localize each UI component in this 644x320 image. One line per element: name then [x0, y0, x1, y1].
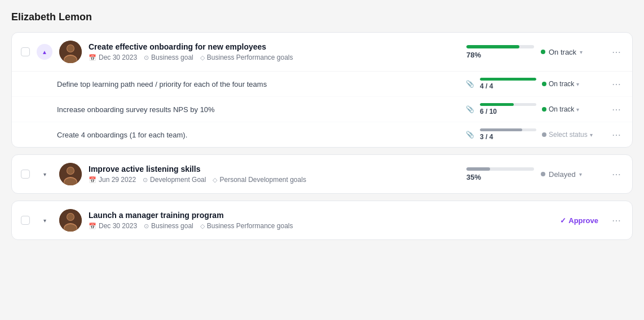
sub-progress-bar-0-0 — [480, 78, 536, 81]
attachment-icon[interactable]: 📎 — [466, 131, 474, 139]
goal-checkbox-0[interactable] — [21, 47, 30, 56]
goal-status-section-0: On track▾ — [541, 48, 603, 56]
goal-main-row-2: ▾ Launch a manager training program📅Dec … — [12, 201, 632, 239]
goal-date-0: 📅Dec 30 2023 — [89, 54, 137, 61]
goal-date-text-2: Dec 30 2023 — [99, 222, 137, 230]
goal-right-2: ✓Approve⋯ — [555, 214, 623, 227]
chevron-down-icon[interactable]: ▾ — [579, 171, 582, 177]
chevron-down-icon[interactable]: ▾ — [576, 81, 579, 87]
goal-type-icon: ⊙ — [144, 54, 149, 61]
sub-goal-right-0-2: 📎3 / 4Select status▾⋯ — [466, 128, 623, 141]
attachment-icon[interactable]: 📎 — [466, 80, 474, 88]
goal-info-2: Launch a manager training program📅Dec 30… — [89, 211, 549, 230]
sub-count-0-2: 3 / 4 — [480, 133, 493, 141]
sub-more-button-0-1[interactable]: ⋯ — [610, 103, 623, 116]
chevron-down-icon: ▾ — [43, 171, 46, 177]
goal-status-dot-0 — [541, 50, 545, 54]
goal-status-label-0: On track — [549, 48, 576, 56]
goal-type-0: ⊙Business goal — [144, 54, 193, 61]
sub-more-button-0-0[interactable]: ⋯ — [610, 77, 623, 91]
sub-progress-fill-0-1 — [480, 103, 514, 106]
goal-status-label-1: Delayed — [549, 170, 576, 179]
goal-progress-pct-0: 78% — [466, 51, 481, 59]
sub-status-label-0-2: Select status — [549, 131, 588, 139]
goal-card-1: ▾ Improve active listening skills📅Jun 29… — [11, 154, 633, 194]
svg-point-13 — [67, 214, 74, 220]
calendar-icon: 📅 — [89, 54, 96, 61]
goal-name-0: Create effective onboarding for new empl… — [89, 42, 460, 51]
sub-goal-name-0-1: Increase onboarding survey results NPS b… — [57, 105, 459, 114]
goal-meta-2: 📅Dec 30 2023⊙Business goal◇Business Perf… — [89, 222, 549, 230]
goal-more-button-2[interactable]: ⋯ — [610, 214, 623, 227]
goal-card-2: ▾ Launch a manager training program📅Dec … — [11, 201, 633, 240]
goal-date-1: 📅Jun 29 2022 — [89, 176, 136, 184]
sub-status-0-1: On track▾ — [542, 105, 604, 113]
goal-name-2: Launch a manager training program — [89, 211, 549, 220]
avatar-2 — [59, 209, 82, 232]
goal-meta-0: 📅Dec 30 2023⊙Business goal◇Business Perf… — [89, 54, 460, 61]
goals-list: ▲ Create effective onboarding for new em… — [11, 32, 633, 240]
goal-right-1: 35%Delayed▾⋯ — [466, 167, 623, 181]
goal-checkbox-2[interactable] — [21, 216, 30, 225]
chevron-down-icon[interactable]: ▾ — [576, 106, 579, 113]
sub-progress-bar-0-2 — [480, 128, 536, 131]
sub-status-label-0-0: On track — [549, 80, 574, 88]
goal-main-row-0: ▲ Create effective onboarding for new em… — [12, 33, 632, 71]
svg-point-3 — [67, 45, 74, 52]
sub-goal-right-0-1: 📎6 / 10On track▾⋯ — [466, 103, 623, 116]
approve-label: Approve — [568, 216, 598, 225]
tag-icon: ◇ — [200, 223, 205, 230]
goal-date-2: 📅Dec 30 2023 — [89, 222, 137, 230]
sub-progress-fill-0-2 — [480, 128, 522, 131]
sub-progress-bar-0-1 — [480, 103, 536, 106]
avatar-1 — [59, 163, 82, 185]
checkmark-icon: ✓ — [560, 216, 566, 225]
goal-status-section-1: Delayed▾ — [541, 170, 603, 179]
goal-progress-bar-1 — [466, 167, 534, 171]
calendar-icon: 📅 — [89, 176, 96, 184]
goal-checkbox-1[interactable] — [21, 170, 30, 179]
avatar-0 — [59, 41, 82, 63]
sub-status-label-0-1: On track — [549, 105, 574, 113]
attachment-icon[interactable]: 📎 — [466, 105, 474, 113]
goal-toggle-0[interactable]: ▲ — [37, 44, 52, 60]
sub-progress-0-1: 6 / 10 — [480, 103, 536, 115]
goal-more-button-0[interactable]: ⋯ — [610, 45, 623, 59]
sub-progress-fill-0-0 — [480, 78, 536, 81]
goal-right-0: 78%On track▾⋯ — [466, 45, 623, 59]
svg-point-8 — [67, 167, 74, 174]
sub-goal-name-0-2: Create 4 onboardings (1 for each team). — [57, 131, 459, 139]
goal-category-0: ◇Business Performance goals — [200, 54, 293, 61]
chevron-down-icon: ▾ — [43, 217, 46, 224]
sub-count-0-0: 4 / 4 — [480, 82, 493, 90]
goal-category-1: ◇Personal Development goals — [213, 176, 306, 184]
goal-type-1: ⊙Development Goal — [143, 176, 206, 184]
sub-count-0-1: 6 / 10 — [480, 108, 497, 115]
goal-progress-pct-1: 35% — [466, 173, 481, 181]
goal-info-0: Create effective onboarding for new empl… — [89, 42, 460, 61]
goal-toggle-2[interactable]: ▾ — [37, 212, 52, 228]
sub-progress-0-0: 4 / 4 — [480, 78, 536, 90]
sub-goals-0: Define top learning path need / priority… — [12, 71, 632, 147]
sub-status-dot-0-2 — [542, 132, 546, 137]
sub-goal-name-0-0: Define top learning path need / priority… — [57, 80, 459, 88]
goal-toggle-1[interactable]: ▾ — [37, 166, 52, 182]
goal-progress-fill-1 — [466, 167, 490, 171]
chevron-up-icon: ▲ — [42, 49, 47, 55]
sub-more-button-0-2[interactable]: ⋯ — [610, 128, 623, 141]
goal-progress-section-0: 78% — [466, 45, 534, 59]
chevron-down-icon[interactable]: ▾ — [590, 132, 593, 138]
goal-category-2: ◇Business Performance goals — [200, 222, 293, 230]
sub-status-0-0: On track▾ — [542, 80, 604, 88]
sub-status-0-2: Select status▾ — [542, 131, 604, 139]
sub-goal-row-0-0: Define top learning path need / priority… — [12, 72, 632, 97]
goal-type-icon: ⊙ — [144, 223, 149, 230]
chevron-down-icon[interactable]: ▾ — [580, 49, 583, 55]
goal-card-0: ▲ Create effective onboarding for new em… — [11, 32, 633, 148]
tag-icon: ◇ — [213, 176, 217, 184]
goal-date-text-0: Dec 30 2023 — [99, 54, 137, 61]
goal-date-text-1: Jun 29 2022 — [99, 176, 136, 184]
approve-button-2[interactable]: ✓Approve — [555, 214, 603, 227]
goal-status-dot-1 — [541, 172, 545, 176]
goal-more-button-1[interactable]: ⋯ — [610, 167, 623, 181]
